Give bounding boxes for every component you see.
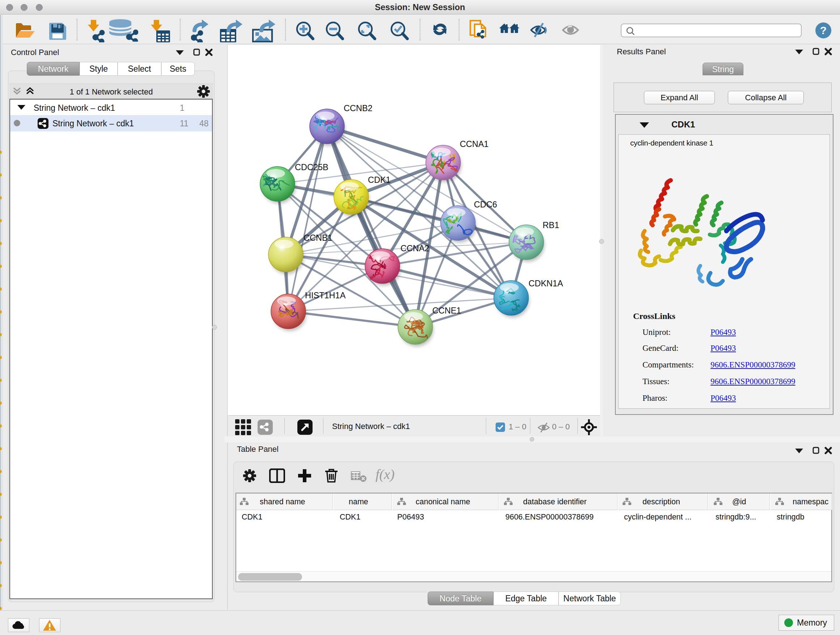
svg-text:CCNA1: CCNA1 [460, 139, 489, 149]
svg-text:CCNE1: CCNE1 [432, 306, 461, 315]
svg-text:CDKN1A: CDKN1A [529, 279, 563, 288]
svg-text:CCNA2: CCNA2 [401, 244, 429, 253]
svg-text:CDC6: CDC6 [474, 200, 497, 209]
svg-text:RB1: RB1 [543, 220, 559, 230]
svg-text:CDK1: CDK1 [368, 175, 391, 185]
svg-text:CCNB2: CCNB2 [344, 103, 373, 113]
svg-text:CDC25B: CDC25B [295, 163, 328, 172]
svg-text:CCNB1: CCNB1 [303, 233, 332, 242]
svg-text:HIST1H1A: HIST1H1A [305, 291, 346, 300]
